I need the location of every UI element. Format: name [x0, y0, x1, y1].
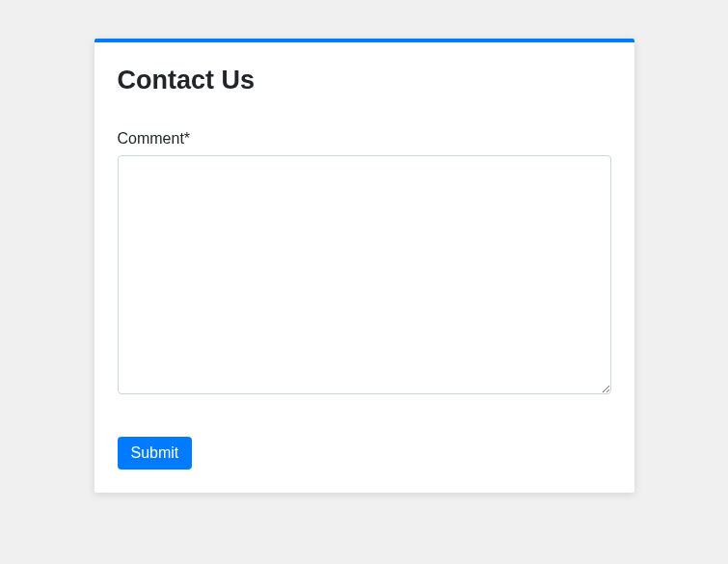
comment-textarea[interactable]: [118, 155, 611, 394]
comment-label: Comment*: [118, 130, 611, 148]
page-title: Contact Us: [118, 66, 611, 95]
submit-button[interactable]: Submit: [118, 437, 193, 470]
contact-form-card: Contact Us Comment* Submit: [94, 39, 634, 493]
